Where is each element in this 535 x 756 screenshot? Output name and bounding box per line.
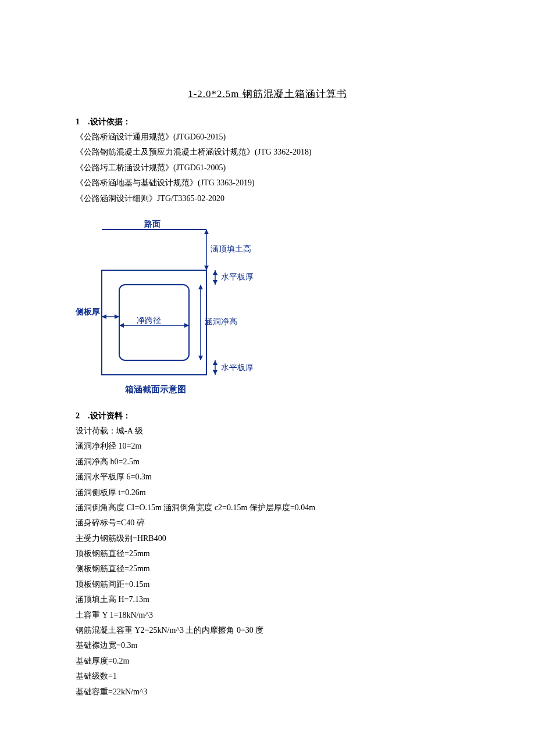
design-data-item: 涵洞侧板厚 t=0.26m: [76, 486, 459, 499]
section1-heading: 1.设计依据：: [76, 117, 459, 127]
design-data-item: 涵洞净高 h0=2.5m: [76, 456, 459, 468]
design-data-item: 涵洞倒角高度 CI=O.15m 涵洞倒角宽度 c2=0.15m 保护层厚度=0.…: [76, 501, 459, 514]
label-road-surface: 路面: [144, 220, 160, 228]
design-data-item: 涵顶填土高 H=7.13m: [76, 593, 459, 606]
document-page: 1-2.0*2.5m 钢筋混凝土箱涵计算书 1.设计依据： 《公路桥涵设计通用规…: [0, 0, 535, 747]
svg-marker-7: [213, 270, 217, 275]
design-data-item: 基础厚度=0.2m: [76, 655, 459, 668]
svg-marker-16: [102, 314, 106, 319]
design-data-item: 土容重 Y 1=18kN/m^3: [76, 609, 459, 622]
svg-marker-17: [115, 314, 119, 319]
ref-item: 《公路涵洞设计细则》JTG/T3365-02-2020: [76, 192, 459, 205]
label-fill-height: 涵顶填土高: [211, 245, 251, 253]
section2-label: .设计资料：: [88, 411, 131, 420]
design-data-item: 设计荷载：城-A 级: [76, 425, 459, 438]
label-net-height: 涵洞净高: [205, 317, 237, 326]
section2-items: 设计荷载：城-A 级 涵洞净利径 10=2m 涵洞净高 h0=2.5m 涵洞水平…: [76, 425, 459, 698]
label-top-slab-thickness: 水平板厚: [221, 273, 254, 281]
design-data-item: 涵洞净利径 10=2m: [76, 440, 459, 453]
ref-item: 《公路钢筋混凝土及预应力混凝土桥涵设计规范》(JTG 3362-2018): [76, 146, 459, 159]
section1-num: 1: [76, 117, 80, 127]
design-data-item: 涵身碎标号=C40 碎: [76, 517, 459, 529]
design-data-item: 钢筋混凝土容重 Y2=25kN/m^3 土的内摩擦角 0=30 度: [76, 624, 459, 637]
design-data-item: 侧板钢筋直径=25mm: [76, 562, 459, 575]
design-data-item: 基础级数=1: [76, 670, 459, 683]
svg-marker-11: [198, 356, 203, 360]
culvert-svg-icon: 路面 涵顶填土高 水平板厚 侧板厚 净跨径 涵洞净高 水平板厚 箱涵截面示意图: [76, 218, 273, 398]
design-data-item: 基础襟边宽=0.3m: [76, 639, 459, 652]
design-data-item: 涵洞水平板厚 6=0.3m: [76, 471, 459, 483]
section2-heading: 2.设计资料：: [76, 411, 459, 421]
design-data-item: 主受力钢筋级别=HRB400: [76, 532, 459, 545]
svg-marker-3: [204, 266, 209, 270]
label-bottom-slab-thickness: 水平板厚: [221, 363, 254, 372]
svg-marker-2: [204, 230, 209, 234]
svg-marker-13: [213, 360, 217, 365]
svg-marker-19: [119, 323, 124, 328]
cross-section-diagram: 路面 涵顶填土高 水平板厚 侧板厚 净跨径 涵洞净高 水平板厚 箱涵截面示意图: [76, 218, 459, 400]
section1-references: 《公路桥涵设计通用规范》(JTGD60-2015) 《公路钢筋混凝土及预应力混凝…: [76, 131, 459, 205]
design-data-item: 顶板钢筋直径=25mm: [76, 547, 459, 560]
svg-marker-20: [184, 323, 189, 328]
section1-label: .设计依据：: [88, 117, 131, 126]
section2-num: 2: [76, 411, 80, 421]
ref-item: 《公路桥涵地基与基础设计规范》(JTG 3363-2019): [76, 177, 459, 189]
label-net-span: 净跨径: [137, 316, 161, 325]
svg-marker-10: [198, 285, 203, 289]
ref-item: 《公路桥涵设计通用规范》(JTGD60-2015): [76, 131, 459, 144]
design-data-item: 顶板钢筋间距=0.15m: [76, 578, 459, 591]
diagram-caption: 箱涵截面示意图: [124, 385, 186, 394]
svg-marker-8: [213, 280, 217, 285]
label-side-slab-thickness: 侧板厚: [76, 307, 100, 316]
design-data-item: 基础容重=22kN/m^3: [76, 686, 459, 698]
ref-item: 《公路圬工桥涵设计规范》(JTGD61-2005): [76, 162, 459, 174]
svg-marker-14: [213, 370, 217, 375]
document-title: 1-2.0*2.5m 钢筋混凝土箱涵计算书: [76, 87, 459, 101]
